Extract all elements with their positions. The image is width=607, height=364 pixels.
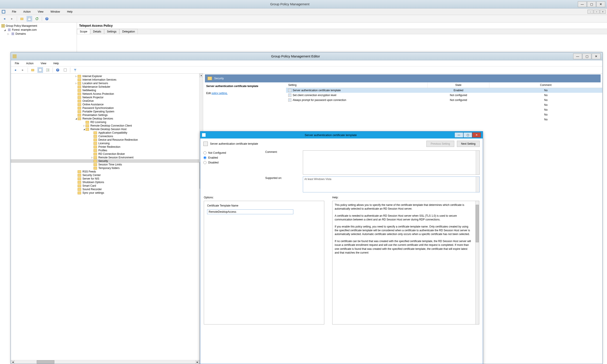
comment-scrollbar[interactable]	[476, 151, 479, 174]
tree-item[interactable]: Sync your settings	[11, 191, 203, 195]
tree-item[interactable]: Network Projector	[11, 96, 203, 99]
tree-item[interactable]: RD Connection Broker	[11, 152, 203, 156]
maximize-button[interactable]: ▢	[463, 132, 472, 138]
col-state[interactable]: State	[428, 82, 489, 88]
tree-expander[interactable]: ▷	[8, 33, 10, 35]
mdi-minimize[interactable]: -	[588, 10, 593, 14]
help-scroll-thumb[interactable]	[476, 205, 479, 242]
scroll-right-button[interactable]: ▶	[195, 360, 199, 364]
maximize-button[interactable]: ▢	[587, 1, 596, 7]
table-row[interactable]: No	[286, 117, 602, 122]
tree-item[interactable]: Application Compatibility	[11, 131, 203, 134]
menu-help[interactable]: Help	[66, 9, 74, 14]
close-button[interactable]: ✕	[592, 53, 601, 59]
tree-hscrollbar[interactable]: ◀ ▶	[11, 360, 199, 364]
next-setting-button[interactable]: Next Setting	[457, 141, 480, 147]
tb-btn-1[interactable]	[19, 16, 25, 21]
tree-item[interactable]: Maintenance Scheduler	[11, 85, 203, 89]
col-comment[interactable]: Comment	[489, 82, 602, 88]
radio-enabled[interactable]: Enabled	[203, 155, 263, 160]
menu-action[interactable]: Action	[22, 9, 32, 14]
back-button[interactable]	[13, 67, 18, 73]
tb-btn-a[interactable]	[30, 67, 35, 73]
radio-disabled[interactable]: Disabled	[203, 160, 263, 165]
cert-template-input[interactable]	[207, 209, 293, 214]
tree-item[interactable]: Smart Card	[11, 184, 203, 188]
tree-root[interactable]: Group Policy Management	[1, 24, 75, 28]
tree-domains[interactable]: ▷ Domains	[1, 32, 75, 36]
menu-file[interactable]: File	[11, 9, 17, 14]
tree-item[interactable]: Shutdown Options	[11, 181, 203, 184]
tree-expander-icon[interactable]: ▷	[82, 125, 86, 127]
tree-item[interactable]: ◢Remote Desktop Services	[11, 117, 203, 120]
help-button[interactable]: ?	[55, 67, 60, 73]
tree-expander[interactable]: ◢	[4, 29, 7, 31]
mdi-restore[interactable]: ▫	[594, 10, 599, 14]
minimize-button[interactable]: —	[455, 132, 463, 138]
table-row[interactable]: Set client connection encryption levelNo…	[286, 93, 602, 98]
supported-scrollbar[interactable]	[476, 177, 479, 192]
tree-item[interactable]: Licensing	[11, 142, 203, 145]
dialog-titlebar[interactable]: Server authentication certificate templa…	[200, 131, 483, 139]
previous-setting-button[interactable]: Previous Setting	[426, 141, 454, 147]
tree-item[interactable]: Security	[11, 159, 203, 163]
gpeditor-tree[interactable]: ▷Internet ExplorerInternet Information S…	[11, 74, 203, 364]
edit-policy-link[interactable]: policy setting.	[212, 92, 228, 95]
tree-item[interactable]: NetMeeting	[11, 89, 203, 92]
table-row[interactable]: No	[286, 112, 602, 117]
help-button[interactable]: ?	[44, 16, 50, 21]
mdi-close[interactable]: ×	[600, 10, 606, 14]
back-button[interactable]	[2, 16, 7, 21]
tree-item[interactable]: Internet Information Services	[11, 78, 203, 81]
menu-action[interactable]: Action	[25, 61, 35, 66]
tree-item[interactable]: Password Synchronization	[11, 106, 203, 110]
minimize-button[interactable]: —	[578, 1, 587, 7]
tab-settings[interactable]: Settings	[104, 29, 119, 34]
table-row[interactable]: Server authentication certificate templa…	[286, 88, 602, 93]
tree-item[interactable]: Profiles	[11, 149, 203, 152]
tree-item[interactable]: Sound Recorder	[11, 188, 203, 191]
menu-file[interactable]: File	[13, 61, 20, 66]
tree-item[interactable]: RD Licensing	[11, 120, 203, 124]
tree-item[interactable]: Security Center	[11, 173, 203, 177]
tree-item[interactable]: Portable Operating System	[11, 110, 203, 113]
tab-delegation[interactable]: Delegation	[119, 29, 138, 34]
table-row[interactable]: Always prompt for password upon connecti…	[286, 98, 602, 103]
tree-item[interactable]: Server for NIS	[11, 177, 203, 181]
table-row[interactable]: No	[286, 107, 602, 112]
forward-button[interactable]	[9, 16, 14, 21]
tree-expander-icon[interactable]: ◢	[82, 128, 86, 130]
filter-button[interactable]	[72, 67, 78, 73]
refresh-button[interactable]	[34, 16, 40, 21]
minimize-button[interactable]: —	[573, 53, 582, 59]
scroll-left-button[interactable]: ◀	[11, 360, 14, 364]
tree-item[interactable]: OneDrive	[11, 99, 203, 103]
tree-expander-icon[interactable]: ▷	[74, 82, 78, 84]
tree-item[interactable]: Presentation Settings	[11, 113, 203, 117]
tree-item[interactable]: Connections	[11, 134, 203, 138]
radio-en-input[interactable]	[203, 156, 206, 159]
tree-item[interactable]: ▷Location and Sensors	[11, 81, 203, 85]
tree-item[interactable]: Network Access Protection	[11, 92, 203, 96]
col-setting[interactable]: Setting	[286, 82, 428, 88]
radio-nc-input[interactable]	[203, 151, 206, 154]
close-button[interactable]: ✕	[596, 1, 605, 7]
tree-item[interactable]: Session Time Limits	[11, 163, 203, 166]
menu-view[interactable]: View	[39, 61, 48, 66]
maximize-button[interactable]: ▢	[582, 53, 591, 59]
tb-btn-d[interactable]	[63, 67, 68, 73]
tree-item[interactable]: Device and Resource Redirection	[11, 138, 203, 142]
tab-details[interactable]: Details	[90, 29, 104, 34]
tree-item[interactable]: RSS Feeds	[11, 170, 203, 173]
table-row[interactable]: No	[286, 103, 602, 107]
scroll-up-button[interactable]: ▲	[199, 74, 203, 77]
hscroll-thumb[interactable]	[37, 360, 54, 364]
tree-expander-icon[interactable]: ◢	[74, 117, 78, 120]
tb-btn-c[interactable]	[45, 67, 50, 73]
tree-item[interactable]: ▷Internet Explorer	[11, 74, 203, 78]
forward-button[interactable]	[20, 67, 26, 73]
tree-forest[interactable]: ◢ Forest: example.com	[1, 28, 75, 32]
radio-not-configured[interactable]: Not Configured	[203, 150, 263, 155]
tb-btn-2[interactable]	[27, 16, 32, 21]
tab-scope[interactable]: Scope	[77, 29, 90, 34]
